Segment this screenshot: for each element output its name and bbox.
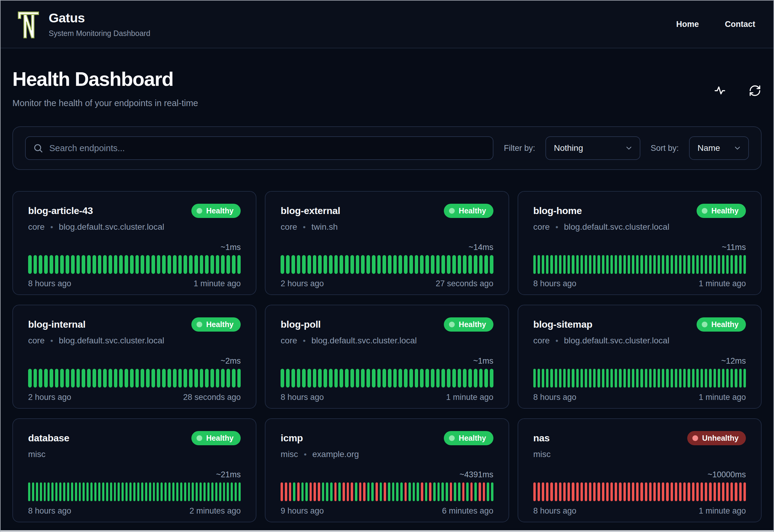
history-bar: [297, 369, 301, 388]
uptime-history-bars[interactable]: [28, 482, 241, 501]
endpoint-card[interactable]: blog-sitemap Healthy core • blog.default…: [518, 305, 762, 409]
history-end-time: 2 minutes ago: [190, 506, 241, 516]
history-bar: [632, 369, 634, 388]
history-bar: [146, 369, 150, 388]
endpoint-card[interactable]: nas Unhealthy misc ~10000ms 8 hours ago …: [518, 418, 762, 522]
history-bar: [173, 255, 177, 274]
status-dot-icon: [692, 435, 698, 441]
history-bar: [82, 369, 85, 388]
history-bar: [376, 482, 378, 501]
history-bar: [542, 369, 544, 388]
card-footer: 2 hours ago 27 seconds ago: [281, 279, 493, 288]
status-label: Unhealthy: [702, 434, 739, 443]
uptime-history-bars[interactable]: [533, 369, 746, 388]
main-content: Health Dashboard Monitor the health of y…: [1, 68, 773, 522]
history-bar: [743, 255, 746, 274]
history-bar: [135, 255, 139, 274]
history-bar: [417, 482, 419, 501]
filter-select[interactable]: Nothing: [545, 136, 640, 160]
page-title: Health Dashboard: [12, 68, 198, 90]
endpoint-name: blog-article-43: [28, 205, 93, 216]
nav-link-contact[interactable]: Contact: [725, 20, 756, 29]
uptime-history-bars[interactable]: [28, 369, 241, 388]
history-bar: [653, 255, 656, 274]
endpoint-card[interactable]: blog-internal Healthy core • blog.defaul…: [12, 305, 256, 409]
history-bar: [291, 255, 295, 274]
history-bar: [114, 482, 116, 501]
refresh-icon[interactable]: [748, 84, 762, 97]
latency-value: ~2ms: [28, 357, 241, 365]
uptime-history-bars[interactable]: [533, 482, 746, 501]
brand[interactable]: Gatus System Monitoring Dashboard: [17, 8, 150, 41]
history-bar: [157, 369, 161, 388]
endpoint-card[interactable]: blog-article-43 Healthy core • blog.defa…: [12, 191, 256, 295]
history-bar: [118, 482, 120, 501]
endpoint-group: misc: [281, 449, 298, 459]
history-bar: [28, 255, 32, 274]
history-bar: [172, 482, 174, 501]
uptime-history-bars[interactable]: [281, 369, 493, 388]
history-bar: [572, 369, 574, 388]
history-bar: [310, 482, 312, 501]
endpoint-meta: misc: [28, 449, 241, 459]
history-bar: [701, 255, 703, 274]
history-bar: [688, 255, 690, 274]
app-subtitle: System Monitoring Dashboard: [49, 29, 150, 38]
history-bar: [324, 369, 327, 388]
history-bar: [44, 255, 48, 274]
history-bar: [366, 369, 370, 388]
history-bar: [76, 255, 80, 274]
history-start-time: 9 hours ago: [281, 506, 324, 516]
history-bar: [302, 255, 306, 274]
history-bar: [109, 369, 112, 388]
history-bar: [192, 482, 194, 501]
endpoint-card[interactable]: blog-poll Healthy core • blog.default.sv…: [265, 305, 509, 409]
history-bar: [324, 255, 327, 274]
sort-select[interactable]: Name: [689, 136, 749, 160]
nav-link-home[interactable]: Home: [676, 20, 699, 29]
endpoint-meta: misc: [533, 449, 746, 459]
search-input[interactable]: [49, 143, 486, 153]
uptime-history-bars[interactable]: [28, 255, 241, 274]
history-bar: [351, 482, 353, 501]
status-badge: Healthy: [191, 204, 241, 218]
history-bar: [125, 482, 128, 501]
uptime-history-bars[interactable]: [533, 255, 746, 274]
history-bar: [340, 255, 343, 274]
history-bar: [184, 255, 187, 274]
card-header: blog-internal Healthy: [28, 317, 241, 332]
endpoint-card[interactable]: blog-home Healthy core • blog.default.sv…: [518, 191, 762, 295]
history-bar: [671, 255, 673, 274]
history-bar: [103, 255, 107, 274]
history-bar: [653, 482, 656, 501]
history-end-time: 1 minute ago: [699, 393, 746, 402]
uptime-history-bars[interactable]: [281, 255, 493, 274]
history-bar: [329, 369, 333, 388]
history-bar: [103, 369, 107, 388]
history-bar: [286, 255, 290, 274]
status-label: Healthy: [711, 320, 739, 329]
history-bar: [40, 482, 42, 501]
endpoint-name: blog-home: [533, 205, 582, 216]
separator-dot: •: [303, 336, 306, 345]
endpoint-card[interactable]: database Healthy misc ~21ms 8 hours ago …: [12, 418, 256, 522]
history-end-time: 1 minute ago: [699, 279, 746, 288]
history-bar: [701, 482, 703, 501]
endpoint-card[interactable]: blog-external Healthy core • twin.sh ~14…: [265, 191, 509, 295]
endpoint-card[interactable]: icmp Healthy misc • example.org ~4391ms …: [265, 418, 509, 522]
history-bar: [151, 369, 155, 388]
uptime-history-bars[interactable]: [281, 482, 493, 501]
endpoint-host: blog.default.svc.cluster.local: [59, 336, 164, 345]
history-bar: [714, 482, 716, 501]
history-bar: [602, 255, 604, 274]
history-bar: [649, 482, 652, 501]
history-bar: [409, 255, 413, 274]
card-footer: 8 hours ago 2 minutes ago: [28, 506, 241, 516]
history-bar: [305, 482, 308, 501]
history-bar: [484, 255, 488, 274]
history-bar: [71, 255, 75, 274]
activity-pulse-icon[interactable]: [713, 84, 727, 97]
history-bar: [458, 369, 461, 388]
endpoint-host: twin.sh: [311, 222, 338, 232]
history-bar: [425, 482, 428, 501]
